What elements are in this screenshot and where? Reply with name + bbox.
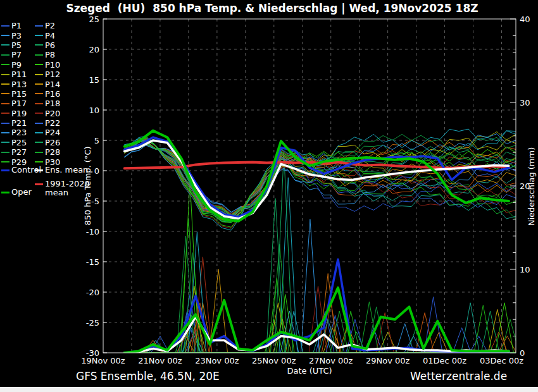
legend-item-p10: P10 xyxy=(35,60,85,70)
legend-item-p11: P11 xyxy=(1,70,35,79)
legend-member-label: P23 xyxy=(11,128,27,137)
chart-title: Szeged (HU) 850 hPa Temp. & Niederschlag… xyxy=(13,2,532,15)
member-line-swatch xyxy=(1,83,9,85)
legend-item-p27: P27 xyxy=(1,147,35,157)
legend-item-p2: P2 xyxy=(35,21,85,30)
member-line-swatch xyxy=(35,152,43,153)
member-line-swatch xyxy=(35,142,43,143)
legend-member-label: P20 xyxy=(45,109,60,118)
member-line-swatch xyxy=(1,123,9,124)
legend-member-label: P15 xyxy=(11,89,27,99)
legend-ens-mean-label: Ens. mean xyxy=(45,166,88,175)
legend-item-p13: P13 xyxy=(1,79,35,89)
legend-item-p8: P8 xyxy=(35,50,85,59)
legend-item-p26: P26 xyxy=(35,138,85,147)
legend-item-p17: P17 xyxy=(1,99,35,108)
left-axis-tick-label: -20 xyxy=(86,288,99,297)
x-axis-tick-label: 03Dec 00z xyxy=(480,356,523,365)
legend-item-p5: P5 xyxy=(1,40,35,50)
wetterzentrale-ensemble-page: 2520151050-5-10-15-20-25-3001020304019No… xyxy=(0,0,538,392)
legend-member-label: P10 xyxy=(45,60,60,70)
legend-oper-label: Oper xyxy=(11,188,32,197)
legend-item-p6: P6 xyxy=(35,40,85,50)
legend-member-label: P2 xyxy=(45,21,55,30)
right-axis-tick-label: 10 xyxy=(520,265,530,274)
legend-item-p14: P14 xyxy=(35,79,85,89)
member-line-swatch xyxy=(1,35,9,36)
right-axis-tick-label: 30 xyxy=(520,98,530,107)
legend-member-label: P1 xyxy=(11,21,22,30)
legend-item-p28: P28 xyxy=(35,147,85,157)
member-line-swatch xyxy=(35,123,43,124)
left-axis-tick-label: -10 xyxy=(86,227,99,236)
legend-item-p21: P21 xyxy=(1,118,35,128)
x-axis-tick-label: 19Nov 00z xyxy=(81,356,125,365)
x-axis-tick-label: 21Nov 00z xyxy=(138,356,182,365)
legend-member-label: P13 xyxy=(11,80,27,89)
left-axis-tick-label: -25 xyxy=(86,318,99,328)
legend-item-p1: P1 xyxy=(1,21,35,30)
legend-member-label: P11 xyxy=(11,70,27,79)
member-line-swatch xyxy=(1,64,9,65)
legend-member-label: P12 xyxy=(45,70,60,79)
legend-member-label: P4 xyxy=(45,31,55,40)
legend-member-label: P27 xyxy=(11,147,27,157)
legend-member-label: P8 xyxy=(45,50,55,59)
legend-member-label: P18 xyxy=(45,99,60,108)
legend-item-p4: P4 xyxy=(35,30,85,40)
member-line-swatch xyxy=(1,25,9,27)
member-line-swatch xyxy=(35,132,43,133)
left-axis-tick-label: -5 xyxy=(91,197,99,206)
legend-member-label: P25 xyxy=(11,138,27,147)
control-line-swatch xyxy=(1,169,9,171)
oper-line-swatch xyxy=(1,192,9,193)
legend-member-label: P7 xyxy=(11,50,22,59)
legend-item-p24: P24 xyxy=(35,128,85,137)
member-line-swatch xyxy=(1,152,9,153)
legend-members: P1P2P3P4P5P6P7P8P9P10P11P12P13P14P15P16P… xyxy=(1,21,103,167)
legend-member-label: P6 xyxy=(45,40,55,50)
legend-item-p7: P7 xyxy=(1,50,35,59)
page-bottom-strip xyxy=(0,387,538,392)
legend-item-p20: P20 xyxy=(35,109,85,118)
x-axis-tick-label: 23Nov 00z xyxy=(195,356,239,365)
x-axis-tick-label: 01Dec 00z xyxy=(423,356,466,365)
legend-item-p18: P18 xyxy=(35,99,85,108)
member-line-swatch xyxy=(35,54,43,56)
legend-item-p19: P19 xyxy=(1,109,35,118)
legend-item-p25: P25 xyxy=(1,138,35,147)
right-axis-tick-label: 40 xyxy=(520,15,530,24)
member-line-swatch xyxy=(35,44,43,46)
x-axis-tick-label: 27Nov 00z xyxy=(309,356,353,365)
member-line-swatch xyxy=(35,113,43,114)
member-line-swatch xyxy=(1,74,9,75)
member-line-swatch xyxy=(35,83,43,85)
member-line-swatch xyxy=(35,161,43,162)
legend-member-label: P26 xyxy=(45,138,60,147)
legend-member-label: P3 xyxy=(11,31,22,40)
legend-member-label: P21 xyxy=(11,118,27,128)
legend-member-label: P17 xyxy=(11,99,27,108)
legend-member-label: P28 xyxy=(45,147,60,157)
member-line-swatch xyxy=(35,35,43,36)
legend-item-p3: P3 xyxy=(1,30,35,40)
member-line-swatch xyxy=(35,64,43,65)
member-line-swatch xyxy=(1,142,9,143)
member-line-swatch xyxy=(1,113,9,114)
legend-item-oper: Oper xyxy=(1,188,32,197)
footer-site-name: Wetterzentrale.de xyxy=(410,370,507,383)
legend-member-label: P19 xyxy=(11,109,27,118)
member-line-swatch xyxy=(1,161,9,162)
x-axis-tick-label: 29Nov 00z xyxy=(366,356,410,365)
left-axis-tick-label: -15 xyxy=(86,257,99,267)
left-axis-tick-label: 0 xyxy=(94,166,99,176)
y-axis-left-label: 850 hPa Temp. (°C) xyxy=(83,146,92,225)
series-layer xyxy=(125,129,520,353)
footer-model-info: GFS Ensemble, 46.5N, 20E xyxy=(76,370,220,383)
legend-item-ens-mean: Ens. mean xyxy=(35,166,88,175)
legend-member-label: P14 xyxy=(45,80,60,89)
member-line-swatch xyxy=(1,44,9,46)
x-axis-tick-label: 25Nov 00z xyxy=(252,356,296,365)
legend-member-label: P22 xyxy=(45,118,60,128)
x-axis-label: Date (UTC) xyxy=(246,366,373,376)
